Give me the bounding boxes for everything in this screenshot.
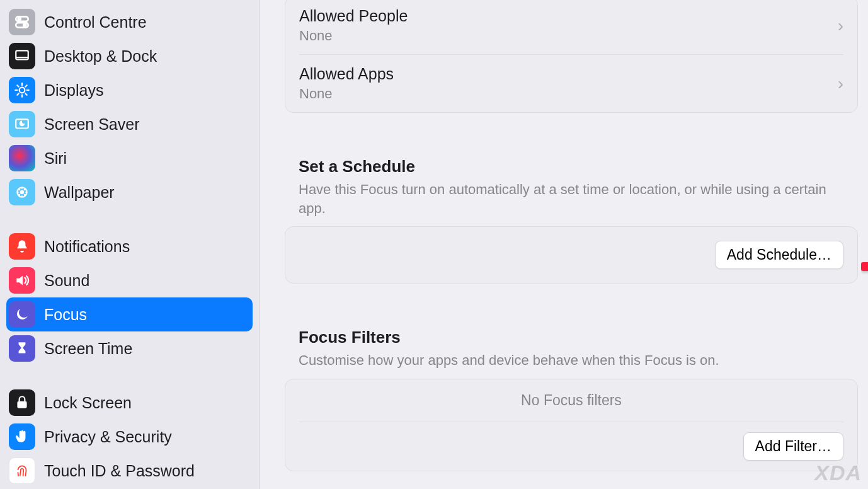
sidebar-item-desktop-dock[interactable]: Desktop & Dock [6, 39, 253, 73]
svg-rect-18 [17, 401, 26, 408]
allowed-panel: Allowed People None › Allowed Apps None … [285, 0, 858, 113]
sidebar-item-sound[interactable]: Sound [6, 263, 253, 297]
sidebar-item-privacy-security[interactable]: Privacy & Security [6, 420, 253, 454]
screensaver-icon [9, 111, 35, 137]
schedule-desc: Have this Focus turn on automatically at… [299, 180, 849, 217]
sidebar-label: Touch ID & Password [44, 462, 195, 480]
sidebar-label: Lock Screen [44, 394, 132, 412]
schedule-panel: Add Schedule… [285, 226, 858, 284]
bell-icon [9, 233, 35, 260]
sidebar-group-2: Notifications Sound Focus Screen Time [0, 228, 259, 367]
sidebar-group-3: Lock Screen Privacy & Security Touch ID … [0, 384, 259, 489]
svg-line-11 [17, 85, 18, 86]
sidebar-label: Displays [44, 81, 103, 100]
svg-line-12 [25, 93, 26, 95]
svg-rect-19 [861, 262, 868, 271]
hourglass-icon [9, 335, 35, 362]
sidebar-label: Wallpaper [44, 183, 115, 202]
schedule-title: Set a Schedule [299, 157, 849, 176]
svg-point-6 [20, 88, 25, 93]
hand-icon [9, 423, 35, 450]
main-content: Allowed People None › Allowed Apps None … [260, 0, 868, 489]
filters-empty-text: No Focus filters [285, 379, 857, 422]
chevron-right-icon: › [838, 16, 843, 36]
watermark: XDA [814, 461, 862, 485]
row-allowed-apps[interactable]: Allowed Apps None › [299, 54, 843, 112]
sidebar-label: Screen Time [44, 340, 132, 358]
sidebar: Control Centre Desktop & Dock Displays S… [0, 0, 260, 489]
sidebar-group-1: Control Centre Desktop & Dock Displays S… [0, 0, 259, 210]
sidebar-label: Privacy & Security [44, 428, 172, 446]
sidebar-label: Sound [44, 272, 89, 290]
sidebar-label: Focus [44, 306, 87, 324]
sidebar-label: Screen Saver [44, 115, 139, 134]
svg-point-2 [18, 18, 21, 20]
sidebar-item-focus[interactable]: Focus [6, 297, 253, 331]
allowed-apps-title: Allowed Apps [299, 65, 394, 83]
add-filter-button[interactable]: Add Filter… [743, 432, 843, 461]
sidebar-item-screen-saver[interactable]: Screen Saver [6, 107, 253, 141]
sidebar-item-wallpaper[interactable]: Wallpaper [6, 175, 253, 209]
sidebar-item-lock-screen[interactable]: Lock Screen [6, 386, 253, 420]
sidebar-item-control-centre[interactable]: Control Centre [6, 5, 253, 39]
allowed-people-value: None [299, 28, 408, 44]
sidebar-label: Control Centre [44, 13, 147, 32]
svg-point-17 [21, 191, 23, 193]
filters-panel: No Focus filters Add Filter… [285, 379, 858, 471]
sidebar-item-touch-id[interactable]: Touch ID & Password [6, 454, 253, 488]
allowed-people-title: Allowed People [299, 7, 408, 25]
filters-desc: Customise how your apps and device behav… [299, 351, 849, 370]
sidebar-item-siri[interactable]: Siri [6, 141, 253, 175]
sidebar-item-screen-time[interactable]: Screen Time [6, 331, 253, 365]
schedule-header: Set a Schedule Have this Focus turn on a… [285, 157, 863, 226]
row-allowed-people[interactable]: Allowed People None › [285, 0, 857, 54]
sound-icon [9, 267, 35, 294]
sidebar-label: Desktop & Dock [44, 47, 157, 66]
moon-icon [9, 301, 35, 328]
displays-icon [9, 77, 35, 103]
control-centre-icon [9, 9, 35, 35]
allowed-apps-value: None [299, 86, 394, 102]
fingerprint-icon [9, 457, 35, 484]
filters-header: Focus Filters Customise how your apps an… [285, 328, 863, 379]
sidebar-label: Notifications [44, 238, 130, 256]
filters-title: Focus Filters [299, 328, 849, 347]
annotation-arrow-icon [861, 244, 868, 289]
sidebar-label: Siri [44, 149, 67, 168]
svg-rect-4 [16, 50, 28, 59]
siri-icon [9, 145, 35, 171]
sidebar-item-displays[interactable]: Displays [6, 73, 253, 107]
chevron-right-icon: › [838, 74, 843, 94]
svg-point-3 [23, 24, 26, 26]
wallpaper-icon [9, 179, 35, 205]
add-schedule-button[interactable]: Add Schedule… [715, 241, 843, 269]
sidebar-item-notifications[interactable]: Notifications [6, 229, 253, 263]
dock-icon [9, 43, 35, 69]
lock-icon [9, 389, 35, 416]
svg-line-13 [17, 93, 18, 95]
svg-line-14 [25, 85, 26, 86]
